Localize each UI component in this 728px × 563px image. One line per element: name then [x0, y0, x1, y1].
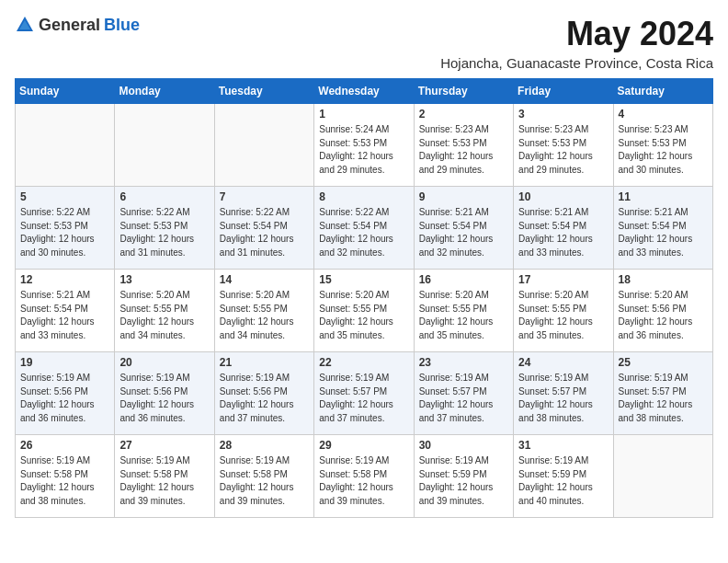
- cell-info: Sunrise: 5:23 AM Sunset: 5:53 PM Dayligh…: [518, 123, 608, 177]
- calendar-cell: 16Sunrise: 5:20 AM Sunset: 5:55 PM Dayli…: [414, 270, 513, 352]
- cell-info: Sunrise: 5:21 AM Sunset: 5:54 PM Dayligh…: [518, 206, 608, 259]
- day-number: 5: [20, 190, 109, 203]
- calendar-cell: 24Sunrise: 5:19 AM Sunset: 5:57 PM Dayli…: [514, 352, 613, 435]
- cell-info: Sunrise: 5:22 AM Sunset: 5:53 PM Dayligh…: [119, 206, 209, 259]
- calendar-week-row: 19Sunrise: 5:19 AM Sunset: 5:56 PM Dayli…: [16, 352, 713, 435]
- calendar-week-row: 12Sunrise: 5:21 AM Sunset: 5:54 PM Dayli…: [16, 270, 713, 352]
- cell-info: Sunrise: 5:19 AM Sunset: 5:56 PM Dayligh…: [20, 372, 109, 425]
- calendar-cell: 19Sunrise: 5:19 AM Sunset: 5:56 PM Dayli…: [16, 352, 115, 435]
- calendar-table: SundayMondayTuesdayWednesdayThursdayFrid…: [15, 78, 713, 518]
- day-number: 10: [518, 190, 608, 203]
- logo-blue-text: Blue: [104, 16, 140, 35]
- month-title: May 2024: [440, 15, 713, 53]
- calendar-cell: 22Sunrise: 5:19 AM Sunset: 5:57 PM Dayli…: [314, 352, 414, 435]
- day-number: 25: [619, 356, 708, 369]
- cell-info: Sunrise: 5:22 AM Sunset: 5:53 PM Dayligh…: [20, 206, 109, 259]
- day-number: 9: [419, 190, 508, 203]
- calendar-cell: 17Sunrise: 5:20 AM Sunset: 5:55 PM Dayli…: [514, 270, 613, 352]
- cell-info: Sunrise: 5:23 AM Sunset: 5:53 PM Dayligh…: [619, 123, 708, 177]
- logo-icon: [15, 15, 35, 35]
- day-number: 4: [619, 108, 708, 121]
- calendar-cell: 31Sunrise: 5:19 AM Sunset: 5:59 PM Dayli…: [514, 435, 613, 518]
- calendar-cell: 15Sunrise: 5:20 AM Sunset: 5:55 PM Dayli…: [314, 270, 414, 352]
- calendar-cell: 12Sunrise: 5:21 AM Sunset: 5:54 PM Dayli…: [16, 270, 115, 352]
- calendar-cell: 28Sunrise: 5:19 AM Sunset: 5:58 PM Dayli…: [214, 435, 313, 518]
- day-number: 15: [319, 273, 408, 286]
- calendar-cell: 26Sunrise: 5:19 AM Sunset: 5:58 PM Dayli…: [16, 435, 115, 518]
- day-of-week-header: Tuesday: [214, 79, 313, 104]
- cell-info: Sunrise: 5:23 AM Sunset: 5:53 PM Dayligh…: [419, 123, 508, 177]
- title-block: May 2024 Hojancha, Guanacaste Province, …: [440, 15, 713, 71]
- calendar-cell: [16, 104, 115, 187]
- calendar-cell: 14Sunrise: 5:20 AM Sunset: 5:55 PM Dayli…: [214, 270, 313, 352]
- day-of-week-header: Monday: [115, 79, 214, 104]
- day-number: 6: [119, 190, 209, 203]
- calendar-cell: 29Sunrise: 5:19 AM Sunset: 5:58 PM Dayli…: [314, 435, 414, 518]
- calendar-cell: 1Sunrise: 5:24 AM Sunset: 5:53 PM Daylig…: [314, 104, 414, 187]
- cell-info: Sunrise: 5:20 AM Sunset: 5:55 PM Dayligh…: [220, 289, 309, 342]
- cell-info: Sunrise: 5:19 AM Sunset: 5:57 PM Dayligh…: [419, 372, 508, 425]
- day-number: 28: [220, 439, 309, 452]
- calendar-cell: 5Sunrise: 5:22 AM Sunset: 5:53 PM Daylig…: [16, 187, 115, 270]
- cell-info: Sunrise: 5:19 AM Sunset: 5:58 PM Dayligh…: [119, 454, 209, 508]
- cell-info: Sunrise: 5:21 AM Sunset: 5:54 PM Dayligh…: [20, 289, 109, 342]
- calendar-cell: [613, 435, 712, 518]
- day-number: 17: [518, 273, 608, 286]
- calendar-cell: 30Sunrise: 5:19 AM Sunset: 5:59 PM Dayli…: [414, 435, 513, 518]
- day-number: 19: [20, 356, 109, 369]
- calendar-week-row: 1Sunrise: 5:24 AM Sunset: 5:53 PM Daylig…: [16, 104, 713, 187]
- cell-info: Sunrise: 5:19 AM Sunset: 5:57 PM Dayligh…: [518, 372, 608, 425]
- day-number: 27: [119, 439, 209, 452]
- day-number: 20: [119, 356, 209, 369]
- cell-info: Sunrise: 5:19 AM Sunset: 5:58 PM Dayligh…: [319, 454, 408, 508]
- day-number: 3: [518, 108, 608, 121]
- location-title: Hojancha, Guanacaste Province, Costa Ric…: [440, 55, 713, 71]
- day-number: 12: [20, 273, 109, 286]
- day-number: 8: [319, 190, 408, 203]
- day-number: 22: [319, 356, 408, 369]
- cell-info: Sunrise: 5:19 AM Sunset: 5:56 PM Dayligh…: [220, 372, 309, 425]
- calendar-cell: 11Sunrise: 5:21 AM Sunset: 5:54 PM Dayli…: [613, 187, 712, 270]
- day-number: 14: [220, 273, 309, 286]
- cell-info: Sunrise: 5:19 AM Sunset: 5:59 PM Dayligh…: [419, 454, 508, 508]
- cell-info: Sunrise: 5:19 AM Sunset: 5:56 PM Dayligh…: [119, 372, 209, 425]
- cell-info: Sunrise: 5:19 AM Sunset: 5:57 PM Dayligh…: [319, 372, 408, 425]
- cell-info: Sunrise: 5:20 AM Sunset: 5:55 PM Dayligh…: [119, 289, 209, 342]
- day-of-week-header: Friday: [514, 79, 613, 104]
- logo-general-text: General: [39, 16, 100, 35]
- cell-info: Sunrise: 5:20 AM Sunset: 5:55 PM Dayligh…: [419, 289, 508, 342]
- day-of-week-header: Saturday: [613, 79, 712, 104]
- page-header: GeneralBlue May 2024 Hojancha, Guanacast…: [15, 15, 713, 71]
- cell-info: Sunrise: 5:20 AM Sunset: 5:56 PM Dayligh…: [619, 289, 708, 342]
- day-number: 11: [619, 190, 708, 203]
- day-of-week-header: Thursday: [414, 79, 513, 104]
- day-number: 21: [220, 356, 309, 369]
- day-number: 18: [619, 273, 708, 286]
- cell-info: Sunrise: 5:19 AM Sunset: 5:58 PM Dayligh…: [20, 454, 109, 508]
- calendar-cell: 13Sunrise: 5:20 AM Sunset: 5:55 PM Dayli…: [115, 270, 214, 352]
- cell-info: Sunrise: 5:21 AM Sunset: 5:54 PM Dayligh…: [419, 206, 508, 259]
- calendar-week-row: 5Sunrise: 5:22 AM Sunset: 5:53 PM Daylig…: [16, 187, 713, 270]
- cell-info: Sunrise: 5:21 AM Sunset: 5:54 PM Dayligh…: [619, 206, 708, 259]
- day-number: 26: [20, 439, 109, 452]
- calendar-cell: 4Sunrise: 5:23 AM Sunset: 5:53 PM Daylig…: [613, 104, 712, 187]
- cell-info: Sunrise: 5:22 AM Sunset: 5:54 PM Dayligh…: [319, 206, 408, 259]
- cell-info: Sunrise: 5:24 AM Sunset: 5:53 PM Dayligh…: [319, 123, 408, 177]
- calendar-cell: 6Sunrise: 5:22 AM Sunset: 5:53 PM Daylig…: [115, 187, 214, 270]
- day-number: 2: [419, 108, 508, 121]
- day-number: 13: [119, 273, 209, 286]
- day-of-week-header: Sunday: [16, 79, 115, 104]
- calendar-cell: 21Sunrise: 5:19 AM Sunset: 5:56 PM Dayli…: [214, 352, 313, 435]
- day-number: 24: [518, 356, 608, 369]
- calendar-cell: 18Sunrise: 5:20 AM Sunset: 5:56 PM Dayli…: [613, 270, 712, 352]
- calendar-cell: 7Sunrise: 5:22 AM Sunset: 5:54 PM Daylig…: [214, 187, 313, 270]
- calendar-cell: [115, 104, 214, 187]
- day-number: 29: [319, 439, 408, 452]
- calendar-cell: 2Sunrise: 5:23 AM Sunset: 5:53 PM Daylig…: [414, 104, 513, 187]
- day-number: 31: [518, 439, 608, 452]
- cell-info: Sunrise: 5:22 AM Sunset: 5:54 PM Dayligh…: [220, 206, 309, 259]
- day-number: 23: [419, 356, 508, 369]
- logo: GeneralBlue: [15, 15, 140, 35]
- calendar-cell: 3Sunrise: 5:23 AM Sunset: 5:53 PM Daylig…: [514, 104, 613, 187]
- calendar-cell: 23Sunrise: 5:19 AM Sunset: 5:57 PM Dayli…: [414, 352, 513, 435]
